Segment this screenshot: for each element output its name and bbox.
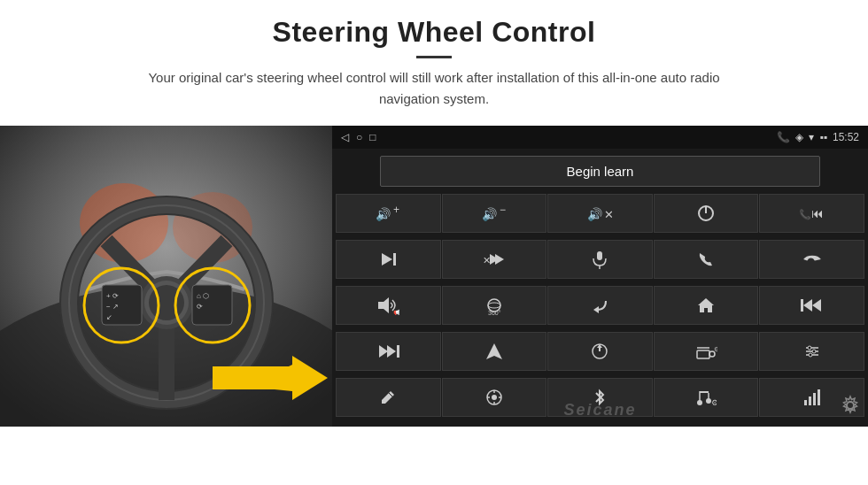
- svg-text:⚙: ⚙: [714, 346, 717, 352]
- svg-point-67: [809, 353, 812, 357]
- phone-prev-button[interactable]: 📞 ⏮: [759, 194, 864, 233]
- svg-text:⚙: ⚙: [711, 398, 717, 407]
- svg-marker-49: [812, 299, 821, 312]
- rewind-button[interactable]: [759, 286, 864, 325]
- svg-point-44: [488, 303, 500, 308]
- power-button[interactable]: [654, 194, 759, 233]
- svg-rect-50: [801, 299, 803, 312]
- skip-next-button[interactable]: [336, 240, 441, 279]
- recents-nav-icon[interactable]: □: [369, 131, 376, 143]
- mute-button[interactable]: 🔊✕: [547, 194, 653, 233]
- svg-marker-47: [698, 298, 714, 312]
- car-image-bg: + ⟳ − ↗ ↙ ⌂ ⬡ ⟳: [0, 126, 332, 427]
- svg-rect-35: [393, 253, 396, 266]
- status-bar: ◁ ○ □ 📞 ◈ ▾ ▪▪ 15:52: [332, 126, 868, 149]
- svg-text:✕: ✕: [483, 255, 491, 266]
- home-nav-icon[interactable]: ○: [356, 131, 362, 143]
- fast-fwd-button[interactable]: [336, 332, 441, 371]
- svg-marker-46: [593, 306, 599, 313]
- settings-dial-button[interactable]: [442, 378, 547, 417]
- svg-text:+: +: [393, 204, 399, 216]
- page-wrapper: Steering Wheel Control Your original car…: [0, 0, 868, 485]
- svg-text:⌂  ⬡: ⌂ ⬡: [197, 292, 209, 300]
- bluetooth-button[interactable]: [547, 378, 653, 417]
- header-section: Steering Wheel Control Your original car…: [0, 0, 868, 119]
- eject-button[interactable]: [547, 332, 653, 371]
- back-button[interactable]: [547, 286, 653, 325]
- svg-rect-83: [813, 393, 816, 405]
- svg-rect-39: [597, 251, 602, 260]
- svg-rect-53: [397, 345, 399, 358]
- radio-button[interactable]: ⚙: [654, 332, 759, 371]
- svg-rect-58: [697, 350, 709, 358]
- svg-marker-54: [486, 343, 502, 359]
- svg-text:🔊: 🔊: [587, 207, 603, 222]
- content-row: + ⟳ − ↗ ↙ ⌂ ⬡ ⟳: [0, 126, 868, 485]
- car-panel: + ⟳ − ↗ ↙ ⌂ ⬡ ⟳: [0, 126, 332, 427]
- svg-point-65: [808, 346, 811, 350]
- status-right: 📞 ◈ ▾ ▪▪ 15:52: [777, 131, 859, 143]
- begin-learn-button[interactable]: Begin learn: [380, 156, 820, 187]
- back-nav-icon[interactable]: ◁: [341, 131, 349, 143]
- call-button[interactable]: [654, 240, 759, 279]
- svg-rect-23: [213, 366, 292, 389]
- svg-marker-52: [387, 345, 396, 358]
- 360-cam-button[interactable]: 360°: [442, 286, 547, 325]
- pen-button[interactable]: [336, 378, 441, 417]
- svg-text:⏮: ⏮: [811, 206, 824, 220]
- wifi-icon: ▾: [809, 131, 814, 143]
- home-button[interactable]: [654, 286, 759, 325]
- car-steering-svg: + ⟳ − ↗ ↙ ⌂ ⬡ ⟳: [0, 126, 332, 427]
- svg-text:−: −: [500, 204, 506, 216]
- eq-button[interactable]: [759, 332, 864, 371]
- ff-mute-button[interactable]: ✕: [442, 240, 547, 279]
- vol-down-button[interactable]: 🔊−: [442, 194, 547, 233]
- subtitle: Your original car's steering wheel contr…: [124, 67, 744, 110]
- hangup-button[interactable]: [759, 240, 864, 279]
- title-divider: [416, 56, 452, 58]
- svg-marker-48: [803, 299, 812, 312]
- gear-icon[interactable]: [840, 395, 861, 421]
- svg-marker-41: [378, 297, 389, 313]
- svg-text:⟳: ⟳: [197, 303, 203, 311]
- music-button[interactable]: ⚙: [654, 378, 759, 417]
- svg-rect-81: [804, 400, 807, 405]
- svg-text:📞: 📞: [799, 208, 811, 220]
- nav-button[interactable]: [442, 332, 547, 371]
- vol-up-button[interactable]: 🔊+: [336, 194, 441, 233]
- svg-marker-51: [379, 345, 388, 358]
- svg-point-66: [812, 350, 816, 353]
- svg-text:🔊: 🔊: [376, 207, 391, 222]
- status-left: ◁ ○ □: [341, 131, 376, 143]
- android-panel: ◁ ○ □ 📞 ◈ ▾ ▪▪ 15:52 Begin learn: [332, 126, 868, 427]
- svg-point-70: [492, 395, 497, 400]
- page-title: Steering Wheel Control: [53, 16, 815, 49]
- status-time: 15:52: [833, 131, 859, 143]
- location-icon: ◈: [795, 131, 803, 143]
- svg-marker-34: [382, 253, 392, 266]
- svg-text:360°: 360°: [488, 310, 501, 315]
- svg-point-85: [847, 402, 854, 409]
- svg-text:−  ↗: − ↗: [106, 303, 119, 311]
- begin-learn-row: Begin learn: [332, 149, 868, 194]
- svg-text:↙: ↙: [106, 313, 112, 321]
- svg-text:🔊: 🔊: [482, 207, 498, 222]
- svg-point-78: [697, 400, 702, 405]
- battery-icon: ▪▪: [819, 131, 827, 143]
- svg-rect-84: [818, 389, 820, 405]
- controls-grid: 🔊+ 🔊− 🔊✕ 📞 ⏮: [332, 194, 868, 427]
- svg-text:📢: 📢: [393, 308, 399, 315]
- svg-text:+  ⟳: + ⟳: [106, 292, 119, 300]
- svg-rect-82: [809, 396, 811, 405]
- svg-rect-75: [700, 391, 709, 393]
- svg-text:✕: ✕: [604, 208, 612, 221]
- mic-button[interactable]: [547, 240, 653, 279]
- svg-marker-38: [495, 254, 504, 265]
- phone-icon: 📞: [777, 131, 790, 143]
- speaker-button[interactable]: 📢: [336, 286, 441, 325]
